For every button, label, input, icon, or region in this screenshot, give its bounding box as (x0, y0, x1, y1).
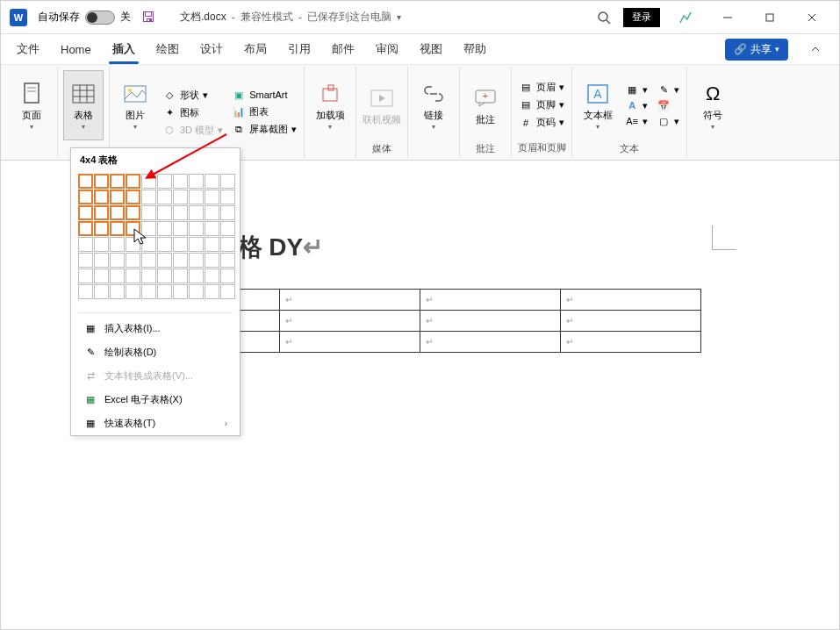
tab-home[interactable]: Home (52, 38, 100, 61)
object-button[interactable]: ▢▾ (655, 115, 681, 128)
quick-parts-button[interactable]: ▦▾ (623, 83, 650, 97)
grid-cell[interactable] (78, 205, 93, 220)
autosave-toggle[interactable]: 自动保存 关 (38, 10, 131, 25)
grid-cell[interactable] (173, 268, 188, 283)
grid-cell[interactable] (110, 268, 125, 283)
grid-cell[interactable] (94, 205, 109, 220)
grid-cell[interactable] (141, 205, 156, 220)
grid-cell[interactable] (157, 221, 172, 236)
grid-cell[interactable] (173, 190, 188, 204)
page-number-button[interactable]: # 页码 ▾ (517, 115, 566, 130)
grid-cell[interactable] (173, 205, 188, 220)
grid-cell[interactable] (205, 190, 219, 204)
grid-cell[interactable] (189, 190, 204, 204)
grid-cell[interactable] (189, 284, 204, 299)
menu-excel-table[interactable]: ▦ Excel 电子表格(X) (71, 388, 240, 412)
login-button[interactable]: 登录 (623, 8, 660, 27)
grid-cell[interactable] (78, 237, 93, 252)
grid-cell[interactable] (126, 268, 140, 283)
grid-cell[interactable] (173, 284, 188, 299)
grid-cell[interactable] (94, 253, 109, 268)
paint-icon[interactable] (669, 4, 702, 31)
grid-cell[interactable] (110, 284, 125, 299)
grid-cell[interactable] (189, 205, 204, 220)
grid-cell[interactable] (205, 205, 219, 220)
grid-cell[interactable] (78, 221, 93, 236)
save-icon[interactable]: 🖫 (141, 10, 155, 25)
table-grid-picker[interactable] (71, 174, 240, 309)
grid-cell[interactable] (141, 284, 156, 299)
grid-cell[interactable] (78, 284, 93, 299)
picture-button[interactable]: 图片 ▾ (115, 70, 155, 140)
grid-cell[interactable] (94, 284, 109, 299)
grid-cell[interactable] (157, 237, 172, 252)
grid-cell[interactable] (94, 268, 109, 283)
shapes-button[interactable]: ◇ 形状 ▾ (161, 88, 225, 103)
datetime-button[interactable]: 📅 (655, 99, 681, 112)
screenshot-button[interactable]: ⧉ 屏幕截图 ▾ (230, 122, 298, 137)
grid-cell[interactable] (94, 221, 109, 236)
grid-cell[interactable] (126, 284, 140, 299)
grid-cell[interactable] (157, 190, 172, 204)
table-cell[interactable]: ↵ (280, 290, 420, 311)
grid-cell[interactable] (94, 237, 109, 252)
toggle-icon[interactable] (85, 11, 115, 25)
table-cell[interactable]: ↵ (420, 290, 561, 311)
addins-button[interactable]: 加载项 ▾ (310, 70, 350, 140)
grid-cell[interactable] (110, 253, 125, 268)
tab-file[interactable]: 文件 (8, 36, 48, 62)
grid-cell[interactable] (220, 190, 235, 204)
table-cell[interactable]: ↵ (560, 332, 700, 353)
grid-cell[interactable] (110, 190, 125, 204)
model3d-button[interactable]: ⬡ 3D 模型 ▾ (161, 123, 225, 138)
grid-cell[interactable] (110, 205, 125, 220)
grid-cell[interactable] (126, 174, 140, 189)
grid-cell[interactable] (157, 205, 172, 220)
links-button[interactable]: 链接 ▾ (413, 70, 454, 140)
grid-cell[interactable] (220, 174, 235, 189)
grid-cell[interactable] (189, 174, 204, 189)
grid-cell[interactable] (141, 174, 156, 189)
grid-cell[interactable] (189, 237, 204, 252)
table-cell[interactable]: ↵ (280, 332, 420, 353)
grid-cell[interactable] (220, 284, 235, 299)
grid-cell[interactable] (189, 221, 204, 236)
tab-draw[interactable]: 绘图 (147, 36, 188, 62)
grid-cell[interactable] (205, 253, 219, 268)
smartart-button[interactable]: ▣ SmartArt (230, 89, 298, 102)
grid-cell[interactable] (173, 253, 188, 268)
grid-cell[interactable] (141, 221, 156, 236)
grid-cell[interactable] (173, 221, 188, 236)
tab-help[interactable]: 帮助 (455, 36, 495, 62)
tab-references[interactable]: 引用 (279, 36, 319, 62)
table-cell[interactable]: ↵ (420, 311, 561, 332)
tab-view[interactable]: 视图 (411, 36, 451, 62)
grid-cell[interactable] (78, 190, 93, 204)
footer-button[interactable]: ▤ 页脚 ▾ (517, 97, 566, 112)
grid-cell[interactable] (220, 221, 235, 236)
maximize-button[interactable] (753, 4, 786, 31)
table-button[interactable]: 表格 ▾ (63, 70, 104, 140)
grid-cell[interactable] (126, 237, 140, 252)
grid-cell[interactable] (189, 268, 204, 283)
table-cell[interactable]: ↵ (560, 290, 700, 311)
chart-button[interactable]: 📊 图表 (230, 104, 298, 119)
share-button[interactable]: 🔗 共享 ▾ (725, 39, 788, 61)
table-cell[interactable]: ↵ (560, 311, 700, 332)
tab-design[interactable]: 设计 (191, 36, 232, 62)
grid-cell[interactable] (220, 237, 235, 252)
grid-cell[interactable] (157, 174, 172, 189)
chevron-down-icon[interactable]: ▾ (397, 12, 401, 22)
grid-cell[interactable] (220, 253, 235, 268)
table-cell[interactable]: ↵ (420, 332, 561, 353)
grid-cell[interactable] (173, 174, 188, 189)
close-button[interactable] (795, 4, 829, 31)
grid-cell[interactable] (205, 284, 219, 299)
grid-cell[interactable] (94, 190, 109, 204)
icons-button[interactable]: ✦ 图标 (161, 105, 225, 120)
grid-cell[interactable] (157, 253, 172, 268)
grid-cell[interactable] (157, 284, 172, 299)
search-icon[interactable] (593, 7, 614, 28)
grid-cell[interactable] (205, 221, 219, 236)
grid-cell[interactable] (110, 174, 125, 189)
